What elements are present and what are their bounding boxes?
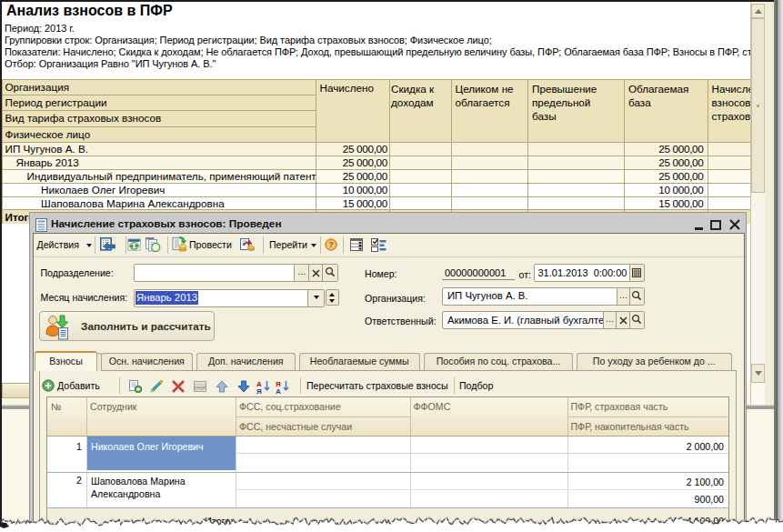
svg-text:?: ? [328, 240, 334, 249]
svg-text:Я: Я [256, 386, 262, 394]
svg-text:СТОП: СТОП [194, 386, 206, 391]
svg-text:А: А [276, 386, 281, 394]
